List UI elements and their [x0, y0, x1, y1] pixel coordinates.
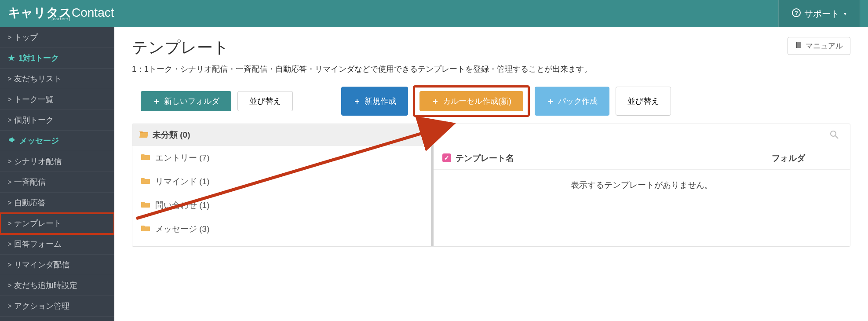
- sidebar-item-5[interactable]: メッセージ: [0, 131, 114, 151]
- svg-text:?: ?: [795, 10, 798, 16]
- sidebar-item-label: 回答フォーム: [14, 239, 62, 249]
- chevron-right-icon: >: [8, 117, 11, 124]
- sidebar-item-7[interactable]: >一斉配信: [0, 172, 114, 193]
- panels: 未分類 (0) エントリー (7)リマインド (1)問い合わせ (1)メッセージ…: [132, 124, 850, 247]
- folder-header-label: 未分類 (0): [153, 129, 190, 141]
- sidebar-item-label: 1対1トーク: [18, 53, 59, 63]
- sort-templates-button[interactable]: 並び替え: [616, 87, 671, 116]
- folder-list: エントリー (7)リマインド (1)問い合わせ (1)メッセージ (3): [132, 146, 431, 241]
- template-panel: ✓ テンプレート名 フォルダ 表示するテンプレートがありません。: [434, 124, 850, 246]
- star-icon: ★: [8, 53, 15, 63]
- sidebar-item-label: アクション管理: [14, 301, 69, 311]
- column-template-name: テンプレート名: [456, 153, 736, 164]
- new-folder-button[interactable]: ＋新しいフォルダ: [141, 91, 231, 111]
- sidebar-item-11[interactable]: >リマインダ配信: [0, 255, 114, 275]
- chevron-right-icon: >: [8, 282, 11, 289]
- folder-item-label: リマインド (1): [155, 176, 210, 187]
- sort-folders-button[interactable]: 並び替え: [237, 91, 293, 111]
- column-folder: フォルダ: [736, 153, 841, 164]
- logo-subtitle: [carrer+]: [8, 17, 114, 21]
- question-circle-icon: ?: [792, 8, 801, 19]
- sidebar-item-label: トップ: [14, 32, 38, 43]
- sidebar-item-label: メッセージ: [19, 135, 59, 146]
- sidebar-item-0[interactable]: >トップ: [0, 27, 114, 48]
- sidebar-item-label: 友だち追加時設定: [14, 280, 77, 291]
- folder-icon: [141, 153, 150, 163]
- sidebar-item-label: 友だちリスト: [14, 73, 62, 84]
- template-columns: ✓ テンプレート名 フォルダ: [434, 147, 850, 170]
- topbar: キャリタスContact [carrer+] ? サポート ▾: [0, 0, 868, 27]
- svg-rect-3: [797, 42, 801, 48]
- new-create-button[interactable]: ＋新規作成: [341, 87, 408, 116]
- chevron-right-icon: >: [8, 241, 11, 248]
- sidebar-item-label: 一斉配信: [14, 177, 46, 187]
- chevron-right-icon: >: [8, 96, 11, 103]
- folder-item-1[interactable]: リマインド (1): [132, 170, 431, 193]
- main-content: テンプレート マニュアル 1：1トーク・シナリオ配信・一斉配信・自動応答・リマイ…: [114, 27, 868, 321]
- chevron-right-icon: >: [8, 179, 11, 186]
- checkbox-checked-icon: ✓: [442, 153, 451, 162]
- manual-button[interactable]: マニュアル: [788, 37, 850, 55]
- folder-panel: 未分類 (0) エントリー (7)リマインド (1)問い合わせ (1)メッセージ…: [132, 124, 434, 246]
- folder-icon: [141, 224, 150, 234]
- page-title: テンプレート: [132, 37, 229, 58]
- templates-empty-message: 表示するテンプレートがありません。: [434, 170, 850, 201]
- sidebar-item-10[interactable]: >回答フォーム: [0, 234, 114, 255]
- toolbar: ＋新しいフォルダ 並び替え ＋新規作成 ＋カルーセル作成(新) ＋パック作成 並…: [132, 87, 850, 116]
- new-create-label: 新規作成: [365, 96, 396, 106]
- sidebar-item-label: 個別トーク: [14, 115, 54, 125]
- folder-icon: [141, 177, 150, 186]
- svg-point-4: [831, 131, 836, 136]
- sidebar-item-label: トーク一覧: [14, 94, 54, 105]
- sort-folders-label: 並び替え: [249, 96, 281, 106]
- folder-item-3[interactable]: メッセージ (3): [132, 217, 431, 241]
- sidebar-item-13[interactable]: >アクション管理: [0, 296, 114, 317]
- folder-item-label: メッセージ (3): [155, 223, 210, 235]
- page-description: 1：1トーク・シナリオ配信・一斉配信・自動応答・リマインダなどで使用できるテンプ…: [132, 64, 850, 74]
- sidebar-item-12[interactable]: >友だち追加時設定: [0, 275, 114, 296]
- template-search-row: [434, 124, 850, 147]
- plus-icon: ＋: [153, 96, 160, 106]
- folder-item-2[interactable]: 問い合わせ (1): [132, 193, 431, 217]
- folder-item-0[interactable]: エントリー (7): [132, 146, 431, 170]
- select-all-checkbox[interactable]: ✓: [442, 153, 456, 164]
- carousel-create-button[interactable]: ＋カルーセル作成(新): [419, 91, 523, 111]
- support-dropdown[interactable]: ? サポート ▾: [778, 0, 860, 27]
- chevron-right-icon: >: [8, 34, 11, 41]
- manual-button-label: マニュアル: [806, 41, 843, 51]
- pack-create-label: パック作成: [558, 96, 598, 106]
- plus-icon: ＋: [353, 96, 361, 106]
- chevron-right-icon: >: [8, 261, 11, 268]
- sidebar-item-1[interactable]: ★1対1トーク: [0, 48, 114, 69]
- chevron-right-icon: >: [8, 158, 11, 165]
- book-icon: [795, 41, 802, 51]
- pack-create-button[interactable]: ＋パック作成: [535, 87, 609, 116]
- annotation-highlight-carousel: ＋カルーセル作成(新): [414, 87, 529, 116]
- sidebar-item-8[interactable]: >自動応答: [0, 193, 114, 213]
- folder-icon: [141, 201, 150, 210]
- folder-item-label: 問い合わせ (1): [155, 200, 210, 211]
- logo: キャリタスContact [carrer+]: [8, 7, 114, 21]
- sidebar: >トップ★1対1トーク>友だちリスト>トーク一覧>個別トークメッセージ>シナリオ…: [0, 27, 114, 321]
- sidebar-item-2[interactable]: >友だちリスト: [0, 69, 114, 89]
- plus-icon: ＋: [431, 96, 439, 106]
- sidebar-item-label: シナリオ配信: [14, 156, 62, 167]
- sidebar-item-label: 自動応答: [14, 197, 46, 208]
- plus-icon: ＋: [547, 96, 554, 106]
- svg-line-5: [835, 136, 838, 139]
- carousel-create-label: カルーセル作成(新): [443, 96, 511, 106]
- caret-down-icon: ▾: [844, 11, 846, 17]
- chevron-right-icon: >: [8, 220, 11, 227]
- folder-open-icon: [139, 130, 148, 140]
- support-label: サポート: [804, 8, 839, 20]
- sidebar-item-3[interactable]: >トーク一覧: [0, 89, 114, 110]
- sidebar-item-6[interactable]: >シナリオ配信: [0, 151, 114, 172]
- search-icon[interactable]: [830, 130, 839, 141]
- folder-header[interactable]: 未分類 (0): [132, 124, 431, 146]
- chevron-right-icon: >: [8, 75, 11, 82]
- sidebar-item-label: リマインダ配信: [14, 259, 69, 270]
- sidebar-item-9[interactable]: >テンプレート: [0, 213, 114, 234]
- sidebar-item-4[interactable]: >個別トーク: [0, 110, 114, 131]
- sidebar-item-label: テンプレート: [14, 218, 62, 229]
- megaphone-icon: [8, 136, 16, 146]
